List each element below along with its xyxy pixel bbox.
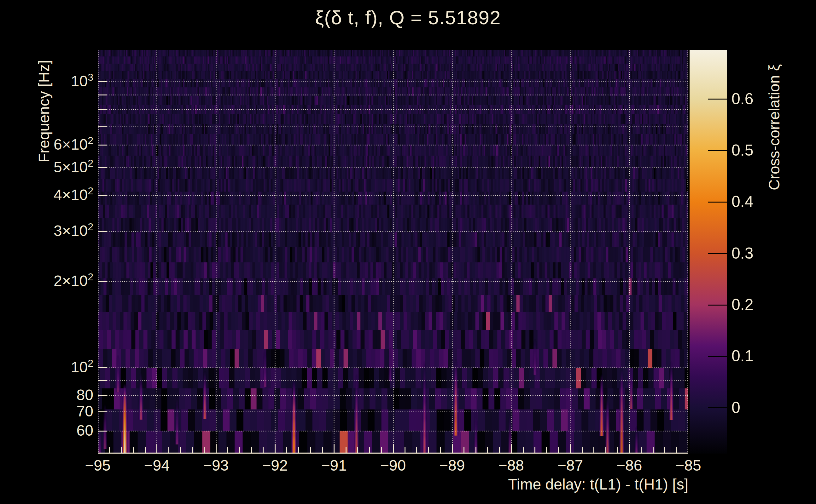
x-tick-label: −93	[191, 457, 241, 474]
y-tick-label: 60	[5, 422, 93, 439]
x-tick-label: −95	[72, 457, 123, 474]
x-tick-label: −90	[368, 457, 418, 474]
colorbar-tick	[708, 305, 727, 306]
colorbar-tick	[708, 150, 727, 151]
y-tick-label: 103	[5, 73, 93, 91]
colorbar-tick-label: 0	[732, 399, 801, 416]
y-tick-label: 3×102	[5, 223, 93, 241]
plot-title: ξ(δ t, f), Q = 5.51892	[0, 6, 816, 29]
x-axis-title: Time delay: t(L1) - t(H1) [s]	[508, 476, 688, 493]
colorbar-tick-label: 0.6	[732, 91, 801, 107]
colorbar-title: Cross-correlation ξ	[766, 45, 783, 190]
x-tick-label: −89	[427, 457, 477, 474]
y-tick-label: 5×102	[5, 159, 93, 177]
x-tick-label: −88	[486, 457, 536, 474]
colorbar-tick-label: 0.5	[732, 142, 801, 158]
y-tick-label: 2×102	[5, 273, 93, 291]
y-tick-label: 80	[5, 387, 93, 403]
y-tick-label: 70	[5, 403, 93, 420]
root-canvas: ξ(δ t, f), Q = 5.51892 Frequency [Hz] Ti…	[0, 0, 816, 504]
x-tick-label: −87	[545, 457, 595, 474]
y-tick-label: 6×102	[5, 136, 93, 154]
x-tick-label: −85	[663, 457, 714, 474]
y-tick-label: 102	[5, 359, 93, 377]
colorbar-tick	[708, 356, 727, 357]
x-tick-label: −86	[604, 457, 655, 474]
x-tick-label: −91	[309, 457, 359, 474]
x-tick-label: −94	[131, 457, 182, 474]
spectrogram-heatmap	[98, 50, 688, 454]
colorbar-tick-label: 0.4	[732, 193, 801, 210]
colorbar-tick-label: 0.1	[732, 348, 801, 364]
colorbar-tick	[708, 99, 727, 100]
colorbar-tick-label: 0.3	[732, 245, 801, 261]
colorbar-tick-label: 0.2	[732, 296, 801, 313]
colorbar-tick	[708, 253, 727, 254]
x-tick-label: −92	[250, 457, 300, 474]
colorbar-tick	[708, 407, 727, 408]
y-tick-label: 4×102	[5, 187, 93, 205]
colorbar-tick	[708, 202, 727, 203]
colorbar-gradient	[690, 50, 727, 454]
